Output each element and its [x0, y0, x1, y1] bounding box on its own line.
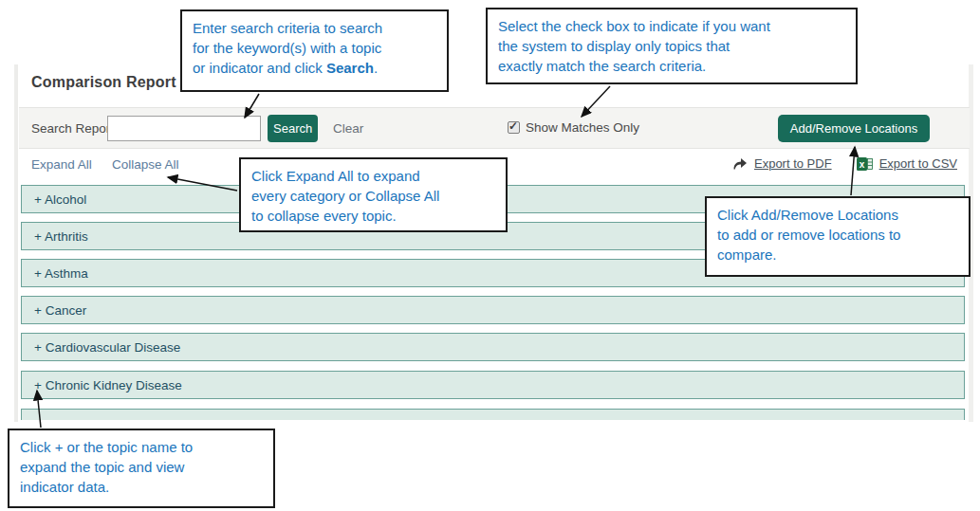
callout-text-line: expand the topic and view — [20, 457, 263, 477]
callout-search-instructions: Enter search criteria to search for the … — [180, 9, 449, 92]
expand-plus-icon[interactable]: + — [34, 266, 45, 281]
topic-row-partial[interactable] — [21, 409, 965, 420]
page-title: Comparison Report — [31, 74, 176, 91]
expand-plus-icon[interactable]: + — [34, 229, 45, 244]
clear-link[interactable]: Clear — [333, 121, 363, 136]
callout-text-line: Click Add/Remove Locations — [717, 205, 958, 225]
topic-row-cardiovascular-disease[interactable]: + Cardiovascular Disease — [21, 333, 965, 361]
topic-name[interactable]: Chronic Kidney Disease — [46, 378, 182, 392]
svg-text:x: x — [859, 158, 864, 169]
callout-text-line: to collapse every topic. — [251, 206, 495, 226]
search-toolbar: Search Report: Search Clear Show Matches… — [19, 107, 970, 149]
page-left-edge — [14, 64, 18, 422]
callout-text-line: every category or Collapse All — [251, 186, 495, 206]
callout-text-line: Select the check box to indicate if you … — [498, 16, 845, 36]
show-matches-checkbox[interactable] — [508, 121, 520, 134]
search-button[interactable]: Search — [268, 115, 318, 142]
callout-text-line: or indicator and click Search. — [193, 58, 436, 78]
comparison-report-screen: Comparison Report Search Report: Search … — [0, 0, 980, 511]
callout-text-line: indicator data. — [20, 477, 263, 497]
topic-name[interactable]: Cardiovascular Disease — [46, 340, 181, 355]
callout-text-line: the system to display only topics that — [498, 36, 845, 56]
callout-expand-instructions: Click Expand All to expand every categor… — [239, 157, 508, 232]
export-links: Export to PDF x Export to CSV — [732, 156, 957, 171]
callout-text-line: Click Expand All to expand — [251, 166, 495, 186]
add-remove-locations-button[interactable]: Add/Remove Locations — [778, 115, 930, 142]
topic-name[interactable]: Alcohol — [45, 192, 86, 207]
topic-name[interactable]: Arthritis — [45, 229, 88, 244]
export-csv-excel-icon: x — [857, 157, 873, 171]
callout-text-line: compare. — [717, 245, 958, 265]
expand-plus-icon[interactable]: + — [34, 303, 46, 318]
topic-row-cancer[interactable]: + Cancer — [21, 296, 965, 324]
callout-text-line: for the keyword(s) with a topic — [193, 38, 436, 58]
export-pdf-icon — [732, 157, 748, 171]
collapse-all-link[interactable]: Collapse All — [112, 157, 179, 172]
search-input[interactable] — [107, 116, 261, 141]
topic-row-label: + Chronic Kidney Disease — [34, 372, 182, 399]
search-report-label: Search Report: — [31, 121, 118, 136]
callout-text-line: to add or remove locations to — [717, 225, 958, 245]
callout-matches-instructions: Select the check box to indicate if you … — [486, 8, 858, 84]
export-to-pdf-link[interactable]: Export to PDF — [754, 156, 832, 171]
callout-text-line: Enter search criteria to search — [193, 18, 436, 38]
expand-plus-icon[interactable]: + — [34, 192, 45, 207]
callout-text-line: exactly match the search criteria. — [498, 56, 845, 76]
topic-row-label: + Arthritis — [34, 223, 88, 250]
expand-plus-icon[interactable]: + — [34, 340, 46, 355]
show-matches-only-control[interactable]: Show Matches Only — [508, 120, 639, 135]
show-matches-label[interactable]: Show Matches Only — [526, 120, 639, 135]
topic-name[interactable]: Asthma — [45, 266, 88, 281]
callout-topics-instructions: Click + or the topic name to expand the … — [8, 429, 275, 508]
export-to-csv-link[interactable]: Export to CSV — [879, 156, 957, 171]
topic-row-label: + Asthma — [34, 260, 88, 287]
expand-plus-icon[interactable]: + — [34, 378, 46, 392]
topic-name[interactable]: Cancer — [46, 303, 87, 318]
topic-row-chronic-kidney-disease[interactable]: + Chronic Kidney Disease — [21, 371, 965, 399]
callout-text-line: Click + or the topic name to — [20, 437, 263, 457]
topic-row-label: + Cardiovascular Disease — [34, 334, 180, 361]
topic-row-label: + Alcohol — [34, 186, 86, 213]
callout-locations-instructions: Click Add/Remove Locations to add or rem… — [705, 196, 971, 277]
expand-all-link[interactable]: Expand All — [31, 157, 92, 172]
topic-row-label: + Cancer — [34, 297, 86, 324]
